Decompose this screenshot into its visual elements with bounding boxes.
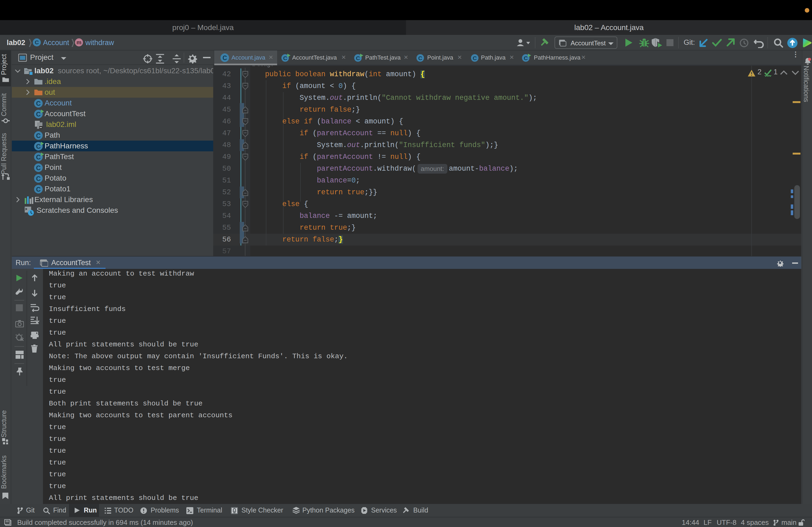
svg-text:C: C xyxy=(418,55,422,61)
svg-text:C: C xyxy=(36,110,41,118)
svg-text:C: C xyxy=(36,175,41,182)
svg-text:C: C xyxy=(36,143,41,150)
svg-text:C: C xyxy=(36,164,41,171)
svg-text:C: C xyxy=(356,55,360,61)
svg-text:C: C xyxy=(283,55,287,61)
svg-text:C: C xyxy=(36,153,41,161)
svg-text:C: C xyxy=(36,132,41,139)
svg-text:C: C xyxy=(473,55,477,61)
svg-text:C: C xyxy=(36,100,41,107)
svg-text:C: C xyxy=(222,55,227,61)
svg-text:C: C xyxy=(524,55,528,61)
svg-text:C: C xyxy=(36,186,41,193)
